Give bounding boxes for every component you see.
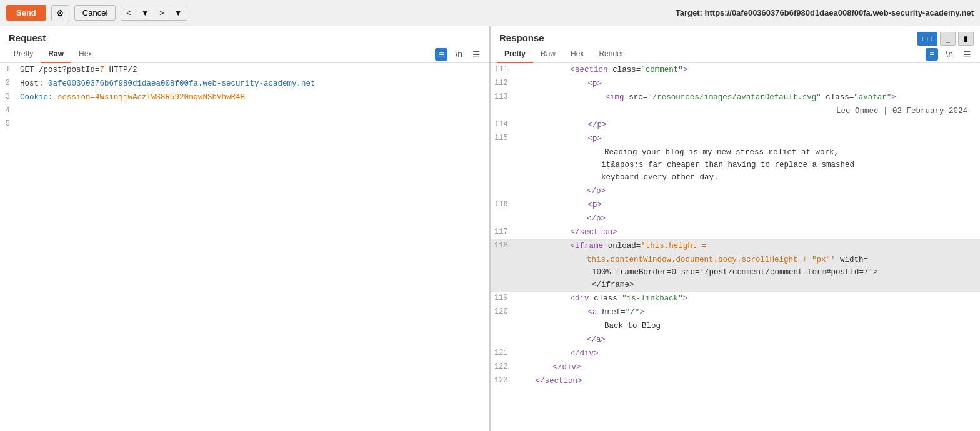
tab-response-hex[interactable]: Hex	[563, 46, 591, 63]
request-title: Request	[0, 26, 489, 46]
nav-forward-button[interactable]: >	[154, 6, 169, 20]
response-line-content: <iframe onload='this.height =	[516, 240, 980, 252]
response-line-content: <section class="comment">	[516, 64, 980, 76]
request-ln-button[interactable]: \n	[452, 48, 465, 61]
response-line-number: 120	[491, 306, 516, 318]
response-line: </a>	[491, 333, 980, 347]
line-number: 3	[0, 91, 18, 104]
toolbar: Send ⚙ Cancel < ▼ > ▼ Target: https://0a…	[0, 0, 980, 26]
response-line: 112<p>	[491, 77, 980, 91]
response-line-content: this.contentWindow.document.body.scrollH…	[514, 254, 980, 291]
view-split-button[interactable]: □□	[918, 32, 938, 46]
response-line-content: <div class="is-linkback">	[516, 292, 980, 305]
response-line: this.contentWindow.document.body.scrollH…	[491, 253, 980, 292]
response-line: 117</section>	[491, 225, 980, 239]
line-number: 4	[0, 105, 18, 117]
tab-request-hex[interactable]: Hex	[71, 46, 99, 63]
response-line-number: 116	[491, 199, 516, 211]
nav-forward-dropdown-button[interactable]: ▼	[169, 6, 187, 20]
request-panel: Request Pretty Raw Hex ≡ \n ☰ 1GET /post…	[0, 26, 491, 431]
response-line: 119<div class="is-linkback">	[491, 292, 980, 305]
tab-request-raw[interactable]: Raw	[41, 46, 71, 63]
response-line: 123</section>	[491, 374, 980, 388]
main-area: Request Pretty Raw Hex ≡ \n ☰ 1GET /post…	[0, 26, 980, 431]
line-content: Cookie: session=4WsinjjwAczIWS8R5920mqwN…	[18, 91, 489, 104]
response-line: 118<iframe onload='this.height =	[491, 239, 980, 253]
response-line-number: 113	[491, 91, 516, 103]
request-code-area[interactable]: 1GET /post?postId=7 HTTP/22Host: 0afe003…	[0, 63, 489, 431]
response-line-content: Back to Blog	[514, 320, 980, 332]
response-line-content: </p>	[514, 185, 980, 197]
target-url: Target: https://0afe00360376b6f980d1daea…	[676, 8, 974, 17]
line-number: 5	[0, 118, 18, 130]
response-line-number: 114	[491, 119, 516, 131]
response-line: </p>	[491, 212, 980, 225]
response-line-content: </a>	[514, 334, 980, 346]
request-menu-button[interactable]: ☰	[470, 48, 483, 61]
line-content: GET /post?postId=7 HTTP/2	[18, 64, 489, 76]
response-line: Lee Onmee | 02 February 2024	[491, 104, 980, 118]
nav-back-dropdown-button[interactable]: ▼	[136, 6, 154, 20]
response-line-content: </section>	[516, 226, 980, 239]
nav-back-button[interactable]: <	[121, 6, 136, 20]
send-button[interactable]: Send	[6, 5, 46, 21]
cancel-button[interactable]: Cancel	[74, 5, 116, 21]
response-line-content: </section>	[516, 375, 980, 387]
response-line-number: 117	[491, 226, 516, 238]
response-line: 120<a href="/">	[491, 305, 980, 319]
line-content	[18, 105, 489, 117]
tab-response-raw[interactable]: Raw	[533, 46, 563, 63]
navigation-buttons: < ▼ > ▼	[121, 6, 188, 21]
response-title: Response	[491, 26, 553, 46]
request-tab-icons: ≡ \n ☰	[435, 48, 483, 61]
request-line: 5	[0, 117, 489, 131]
line-number: 2	[0, 77, 18, 90]
tab-response-render[interactable]: Render	[591, 46, 631, 63]
response-line-content: Lee Onmee | 02 February 2024	[514, 105, 980, 117]
response-line: 114</p>	[491, 118, 980, 132]
view-horizontal-button[interactable]: ⎯	[940, 32, 956, 46]
response-line: Reading your blog is my new stress relie…	[491, 146, 980, 184]
response-line-content: </p>	[514, 212, 980, 225]
response-tab-icons: ≡ \n ☰	[926, 48, 974, 61]
response-line-number: 121	[491, 347, 516, 359]
response-line-content: <img src="/resources/images/avatarDefaul…	[516, 91, 980, 104]
line-content	[18, 118, 489, 130]
request-line: 1GET /post?postId=7 HTTP/2	[0, 63, 489, 77]
response-ln-button[interactable]: \n	[943, 48, 956, 61]
tab-request-pretty[interactable]: Pretty	[6, 46, 41, 63]
response-line-number: 118	[491, 240, 516, 252]
request-line: 2Host: 0afe00360376b6f980d1daea008f00fa.…	[0, 77, 489, 91]
response-line-number: 111	[491, 64, 516, 76]
response-line-content: <p>	[516, 199, 980, 211]
response-line-content: </p>	[516, 119, 980, 131]
view-toggle-group: □□ ⎯ ▮	[918, 27, 974, 46]
response-line: 115<p>	[491, 132, 980, 146]
response-line-content: <p>	[516, 132, 980, 145]
response-menu-button[interactable]: ☰	[961, 48, 974, 61]
response-line-content: Reading your blog is my new stress relie…	[514, 146, 980, 184]
request-line: 4	[0, 104, 489, 117]
response-line-content: </div>	[516, 361, 980, 374]
response-line-content: </div>	[516, 347, 980, 360]
view-vertical-button[interactable]: ▮	[958, 32, 974, 46]
response-line: 121</div>	[491, 347, 980, 360]
response-line: 116<p>	[491, 198, 980, 212]
response-line-content: <p>	[516, 77, 980, 90]
response-code-area[interactable]: 111<section class="comment">112<p>113<im…	[491, 63, 980, 431]
response-line-number: 115	[491, 132, 516, 144]
response-line: </p>	[491, 184, 980, 198]
response-line-number: 112	[491, 77, 516, 89]
response-line: 111<section class="comment">	[491, 63, 980, 77]
line-number: 1	[0, 64, 18, 76]
line-content: Host: 0afe00360376b6f980d1daea008f00fa.w…	[18, 77, 489, 90]
request-list-icon[interactable]: ≡	[435, 48, 448, 61]
tab-response-pretty[interactable]: Pretty	[497, 46, 533, 63]
settings-button[interactable]: ⚙	[51, 5, 69, 21]
request-tab-bar: Pretty Raw Hex ≡ \n ☰	[0, 46, 489, 63]
response-line-number: 123	[491, 375, 516, 387]
response-list-icon[interactable]: ≡	[926, 48, 938, 61]
response-line-number: 122	[491, 361, 516, 373]
response-panel: Response □□ ⎯ ▮ Pretty Raw Hex Render ≡ …	[491, 26, 980, 431]
response-line: 113<img src="/resources/images/avatarDef…	[491, 91, 980, 104]
